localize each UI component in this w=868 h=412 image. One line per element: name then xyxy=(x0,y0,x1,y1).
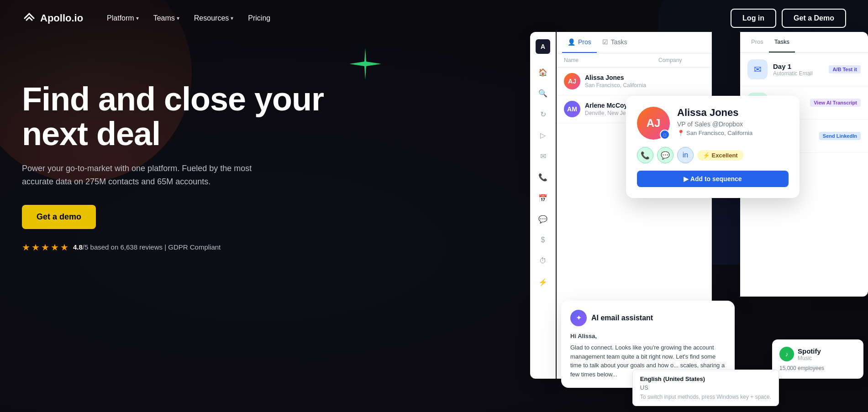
company-industry: Music xyxy=(798,355,821,361)
app-sidebar: A 🏠 🔍 ↻ ▷ ✉ 📞 📅 💬 $ ⏱ ⚡ xyxy=(530,32,556,379)
tab-tasks-label: Tasks xyxy=(611,38,627,46)
sequence-item-day1: ✉ Day 1 Automatic Email A/B Test it xyxy=(740,53,868,86)
navbar-right: Log in Get a Demo xyxy=(731,9,846,28)
seq-day1-label: Day 1 xyxy=(773,63,823,70)
phone-action-button[interactable]: 📞 xyxy=(637,147,653,163)
contact-info-alissa: Alissa Jones San Francisco, California xyxy=(585,74,704,89)
sparkle-decoration xyxy=(347,46,384,82)
col-header-company: Company xyxy=(658,57,704,63)
star-5: ★ xyxy=(60,242,68,253)
tooltip-language: English (United States) xyxy=(640,375,771,382)
tab-prospects-icon: 👤 xyxy=(568,38,575,46)
rating-text: 4.8/5 based on 6,638 reviews | GDPR Comp… xyxy=(73,243,221,251)
contact-name-alissa: Alissa Jones xyxy=(585,74,704,81)
profile-title: VP of Sales @Dropbox xyxy=(677,120,752,128)
seq-day5-badge[interactable]: Send LinkedIn xyxy=(819,132,861,140)
col-header-name: Name xyxy=(564,57,658,63)
sidebar-icon-refresh[interactable]: ↻ xyxy=(537,108,549,120)
company-header: ♪ Spotify Music xyxy=(779,347,856,361)
spotify-logo-icon: ♪ xyxy=(779,347,794,361)
hero-subtext: Power your go-to-market with one platfor… xyxy=(22,162,273,188)
login-button[interactable]: Log in xyxy=(731,9,776,28)
contact-row-alissa[interactable]: AJ Alissa Jones San Francisco, Californi… xyxy=(557,68,711,95)
nav-platform[interactable]: Platform ▾ xyxy=(101,10,144,26)
star-1: ★ xyxy=(22,242,30,253)
linkedin-action-button[interactable]: in xyxy=(677,147,694,163)
seq-day3-badge[interactable]: View AI Transcript xyxy=(810,99,861,107)
contact-location-alissa: San Francisco, California xyxy=(585,82,704,89)
nav-platform-label: Platform xyxy=(107,14,134,22)
ai-email-header: ✦ AI email assistant xyxy=(570,310,726,326)
navbar-left: Apollo.io Platform ▾ Teams ▾ Resources ▾… xyxy=(22,10,276,26)
chevron-down-icon: ▾ xyxy=(231,15,233,21)
ai-assistant-icon: ✦ xyxy=(570,310,587,326)
hero-headline-line2: next deal xyxy=(22,115,160,152)
app-mockup: A 🏠 🔍 ↻ ▷ ✉ 📞 📅 💬 $ ⏱ ⚡ 👤 Pros ☑ Tasks N… xyxy=(530,32,868,406)
sidebar-icon-mail[interactable]: ✉ xyxy=(537,150,549,162)
sidebar-icon-clock[interactable]: ⏱ xyxy=(537,255,549,267)
logo-icon xyxy=(22,11,37,26)
profile-location-text: San Francisco, California xyxy=(686,130,752,136)
nav-resources[interactable]: Resources ▾ xyxy=(189,10,239,26)
company-details: Spotify Music xyxy=(798,347,821,361)
avatar-arlene-mccoy: AM xyxy=(564,101,580,117)
get-demo-button[interactable]: Get a demo xyxy=(22,205,96,229)
message-action-button[interactable]: 💬 xyxy=(657,147,673,163)
chevron-down-icon: ▾ xyxy=(177,15,179,21)
get-demo-nav-button[interactable]: Get a Demo xyxy=(782,9,846,28)
company-card-spotify: ♪ Spotify Music 15,000 employees xyxy=(772,339,863,379)
hero-headline: Find and close your next deal xyxy=(22,82,342,151)
nav-pricing[interactable]: Pricing xyxy=(242,10,276,26)
profile-header: AJ □ Alissa Jones VP of Sales @Dropbox 📍… xyxy=(637,107,789,140)
sidebar-icon-send[interactable]: ▷ xyxy=(537,129,549,141)
rating-suffix: based on 6,638 reviews | GDPR Compliant xyxy=(90,243,221,251)
sidebar-icon-search[interactable]: 🔍 xyxy=(537,87,549,99)
star-4: ★ xyxy=(51,242,59,253)
profile-company-badge: □ xyxy=(660,130,670,140)
tab-prospects-label: Pros xyxy=(578,38,591,46)
company-name: Spotify xyxy=(798,347,821,355)
profile-avatar-wrap: AJ □ xyxy=(637,107,670,140)
location-pin-icon: 📍 xyxy=(677,130,684,136)
profile-card: AJ □ Alissa Jones VP of Sales @Dropbox 📍… xyxy=(626,96,800,198)
company-employees: 15,000 employees xyxy=(779,365,856,371)
sidebar-icon-calendar[interactable]: 📅 xyxy=(537,192,549,204)
nav-links: Platform ▾ Teams ▾ Resources ▾ Pricing xyxy=(101,10,276,26)
nav-teams[interactable]: Teams ▾ xyxy=(148,10,185,26)
logo-text: Apollo.io xyxy=(40,12,83,24)
input-method-tooltip: English (United States) US To switch inp… xyxy=(632,370,779,406)
tooltip-hint: To switch input methods, press Windows k… xyxy=(640,394,771,400)
tab-tasks-icon: ☑ xyxy=(602,38,608,46)
star-2: ★ xyxy=(32,242,40,253)
hero-headline-line1: Find and close your xyxy=(22,81,324,117)
dropbox-icon: □ xyxy=(663,132,666,137)
add-sequence-button[interactable]: ▶ Add to sequence xyxy=(637,171,789,187)
star-3: ★ xyxy=(41,242,49,253)
quality-badge: ⚡ Excellent xyxy=(697,150,743,161)
sidebar-icon-lightning[interactable]: ⚡ xyxy=(537,276,549,288)
ai-email-salutation: Hi Alissa, xyxy=(570,332,726,341)
profile-name: Alissa Jones xyxy=(677,107,752,119)
ai-email-title: AI email assistant xyxy=(591,314,653,322)
avatar-alissa-jones: AJ xyxy=(564,73,580,89)
list-column-headers: Name Company xyxy=(557,53,711,68)
seq-day1-info: Day 1 Automatic Email xyxy=(773,63,823,77)
hero-section: Find and close your next deal Power your… xyxy=(22,55,342,253)
sidebar-icon-phone[interactable]: 📞 xyxy=(537,171,549,183)
seq-day1-type: Automatic Email xyxy=(773,70,823,77)
rating-row: ★ ★ ★ ★ ★ 4.8/5 based on 6,638 reviews |… xyxy=(22,242,342,253)
rating-value: 4.8 xyxy=(73,243,83,251)
profile-location: 📍 San Francisco, California xyxy=(677,130,752,136)
sidebar-icon-chat[interactable]: 💬 xyxy=(537,213,549,225)
excellent-badge-text: ⚡ Excellent xyxy=(703,152,738,159)
chevron-down-icon: ▾ xyxy=(136,15,139,21)
sidebar-icon-dollar[interactable]: $ xyxy=(537,234,549,246)
seq-day1-badge[interactable]: A/B Test it xyxy=(829,65,861,73)
sidebar-logo: A xyxy=(536,39,550,54)
navbar: Apollo.io Platform ▾ Teams ▾ Resources ▾… xyxy=(0,0,868,37)
profile-info: Alissa Jones VP of Sales @Dropbox 📍 San … xyxy=(677,107,752,140)
nav-resources-label: Resources xyxy=(194,14,229,22)
logo[interactable]: Apollo.io xyxy=(22,11,83,26)
nav-pricing-label: Pricing xyxy=(248,14,270,22)
sidebar-icon-home[interactable]: 🏠 xyxy=(537,66,549,78)
